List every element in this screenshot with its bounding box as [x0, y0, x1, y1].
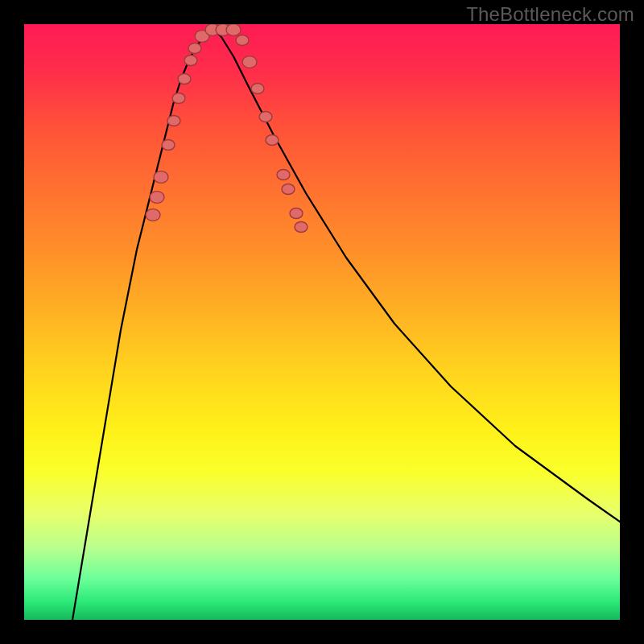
data-marker: [236, 35, 249, 45]
data-marker: [150, 192, 164, 204]
data-marker: [290, 208, 303, 218]
plot-area: [24, 24, 620, 620]
data-marker: [251, 83, 264, 93]
data-marker: [178, 73, 191, 84]
curve-layer: [24, 24, 620, 620]
series-left-branch: [72, 29, 213, 620]
data-marker: [295, 221, 308, 232]
data-markers: [146, 24, 308, 233]
bottleneck-curve: [72, 29, 620, 620]
data-marker: [188, 43, 201, 53]
data-marker: [259, 111, 272, 122]
series-right-branch: [213, 29, 620, 522]
data-marker: [277, 169, 290, 180]
data-marker: [167, 115, 180, 126]
data-marker: [162, 139, 175, 150]
data-marker: [154, 171, 168, 184]
chart-frame: TheBottleneck.com: [0, 0, 644, 644]
data-marker: [266, 134, 279, 145]
watermark-text: TheBottleneck.com: [466, 3, 634, 26]
data-marker: [242, 56, 257, 68]
data-marker: [172, 93, 185, 103]
data-marker: [146, 209, 160, 221]
data-marker: [226, 24, 241, 35]
data-marker: [184, 55, 197, 65]
data-marker: [282, 184, 295, 194]
